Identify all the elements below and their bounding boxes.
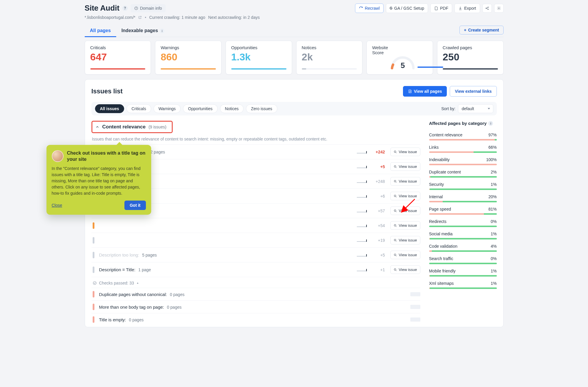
help-icon[interactable]: ?: [122, 6, 128, 11]
passed-issue-row[interactable]: More than one body tag on page: 0 pages: [91, 300, 420, 313]
side-item-links[interactable]: Links66%: [429, 142, 497, 155]
passed-issue-row[interactable]: Duplicate pages without canonical: 0 pag…: [91, 288, 420, 300]
external-link-icon[interactable]: [138, 16, 142, 19]
search-icon: [394, 239, 397, 242]
view-issue-button[interactable]: View issue: [390, 192, 420, 200]
view-issue-button[interactable]: View issue: [390, 221, 420, 230]
page-title: Site Audit: [85, 4, 119, 13]
side-item-mobile-friendly[interactable]: Mobile friendly1%: [429, 266, 497, 278]
view-issue-button[interactable]: View issue: [390, 251, 420, 259]
view-issue-button[interactable]: View issue: [390, 177, 420, 186]
view-issue-button[interactable]: View issue: [390, 265, 420, 274]
side-item-internal[interactable]: Internal20%: [429, 192, 497, 204]
tile-notices[interactable]: Notices 2k: [296, 41, 363, 75]
view-issue-button[interactable]: View issue: [390, 162, 420, 171]
sparkline: [357, 238, 367, 242]
sparkline: [357, 179, 367, 183]
issue-row[interactable]: Description = Title: 1 page+1View issue: [91, 262, 420, 277]
svg-line-8: [396, 152, 397, 153]
recrawl-button[interactable]: Recrawl: [355, 4, 384, 13]
side-item-pct: 0%: [491, 256, 497, 261]
autocrawl-status: Next autocrawling: in 2 days: [208, 15, 260, 20]
tile-warnings[interactable]: Warnings 860: [155, 41, 221, 75]
chip-warnings[interactable]: Warnings: [154, 104, 181, 113]
tile-website-score[interactable]: Website Score 5: [367, 41, 433, 75]
side-item-security[interactable]: Security1%: [429, 179, 497, 192]
tile-opportunities[interactable]: Opportunities 1.3k: [226, 41, 292, 75]
svg-line-24: [396, 270, 397, 271]
info-icon[interactable]: i: [160, 29, 164, 33]
chip-all-issues[interactable]: All issues: [95, 104, 124, 113]
side-item-code-validation[interactable]: Code validation4%: [429, 241, 497, 254]
side-item-bar: [429, 238, 497, 239]
checks-passed-toggle[interactable]: Checks passed: 33: [91, 277, 420, 288]
svg-line-12: [396, 182, 397, 183]
document-icon: [408, 89, 412, 93]
view-all-pages-button[interactable]: View all pages: [403, 86, 447, 97]
side-item-redirects[interactable]: Redirects0%: [429, 216, 497, 229]
create-segment-button[interactable]: + Create segment: [459, 26, 503, 34]
side-item-bar: [429, 226, 497, 227]
side-item-search-traffic[interactable]: Search traffic0%: [429, 254, 497, 266]
side-item-content-relevance[interactable]: Content relevance97%: [429, 130, 497, 142]
search-icon: [394, 268, 397, 272]
tab-indexable-pages[interactable]: Indexable pagesi: [116, 25, 170, 37]
tile-value: 1.3k: [231, 52, 286, 62]
passed-issue-row[interactable]: Title is empty: 0 pages: [91, 313, 420, 326]
sort-select[interactable]: default: [458, 104, 493, 113]
delta-value: +6: [372, 194, 385, 199]
tile-crawled-pages[interactable]: Crawled pages 250: [437, 41, 504, 75]
pdf-button[interactable]: PDF: [430, 4, 452, 13]
side-item-label: Social media: [429, 231, 453, 236]
coach-close-link[interactable]: Close: [52, 203, 62, 208]
side-item-duplicate-content[interactable]: Duplicate content2%: [429, 167, 497, 179]
side-item-social-media[interactable]: Social media1%: [429, 229, 497, 241]
view-issue-button[interactable]: View issue: [390, 148, 420, 156]
sparkline: [357, 268, 367, 272]
tile-label: Notices: [302, 45, 357, 50]
chip-criticals[interactable]: Criticals: [126, 104, 151, 113]
coach-got-it-button[interactable]: Got it: [124, 201, 146, 210]
domain-info-button[interactable]: Domain info: [131, 4, 166, 12]
view-issue-button[interactable]: View issue: [390, 236, 420, 244]
info-icon[interactable]: i: [488, 121, 493, 126]
ga-gsc-button[interactable]: G GA / GSC Setup: [386, 4, 428, 13]
category-content-relevance[interactable]: Content relevance (9 issues): [91, 121, 173, 133]
chevron-up-icon: [95, 125, 99, 129]
settings-button[interactable]: [494, 4, 504, 13]
chip-opportunities[interactable]: Opportunities: [183, 104, 217, 113]
side-item-xml-sitemaps[interactable]: Xml sitemaps1%: [429, 278, 497, 291]
issue-row[interactable]: +19View issue: [91, 233, 420, 247]
svg-line-20: [396, 241, 397, 242]
separator-dot: •: [145, 15, 146, 20]
chip-notices[interactable]: Notices: [220, 104, 244, 113]
svg-point-25: [93, 282, 96, 285]
export-button[interactable]: Export: [454, 4, 480, 13]
tab-bar: All pages Indexable pagesi + Create segm…: [85, 25, 504, 37]
severity-marker: [93, 222, 94, 229]
severity-marker: [93, 291, 94, 297]
sparkline: [357, 165, 367, 169]
sparkline: [357, 150, 367, 154]
side-item-pct: 1%: [491, 281, 497, 286]
tile-criticals[interactable]: Criticals 647: [85, 41, 151, 75]
sparkline: [357, 224, 367, 228]
tile-label: Criticals: [90, 45, 146, 50]
svg-line-22: [396, 255, 397, 256]
issue-row[interactable]: Description too long: 5 pages+5View issu…: [91, 247, 420, 262]
view-issue-button[interactable]: View issue: [390, 206, 420, 215]
side-item-indexability[interactable]: Indexability100%: [429, 155, 497, 167]
gear-icon: [497, 6, 501, 10]
side-item-page-speed[interactable]: Page speed81%: [429, 204, 497, 216]
issue-label: Title is empty: 0 pages: [99, 317, 144, 322]
chip-zero-issues[interactable]: Zero issues: [246, 104, 277, 113]
domain-text: *.lisbonlisboaportugal.com/*: [85, 15, 136, 20]
side-item-label: Security: [429, 182, 444, 187]
side-panel-title: Affected pages by category i: [429, 121, 497, 126]
issue-row[interactable]: +54View issue: [91, 218, 420, 233]
tab-all-pages[interactable]: All pages: [85, 25, 116, 37]
view-external-links-button[interactable]: View external links: [450, 86, 497, 97]
share-button[interactable]: [482, 4, 492, 13]
delta-value: +5: [372, 164, 385, 169]
side-item-label: Duplicate content: [429, 170, 461, 174]
